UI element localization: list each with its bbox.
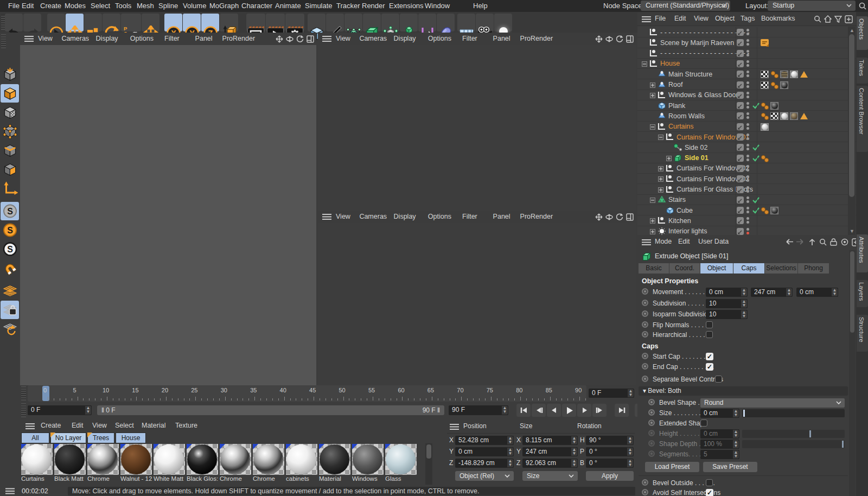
svg-text:S: S [7,226,13,235]
svg-text:S: S [7,207,13,216]
svg-text:S: S [7,245,13,254]
